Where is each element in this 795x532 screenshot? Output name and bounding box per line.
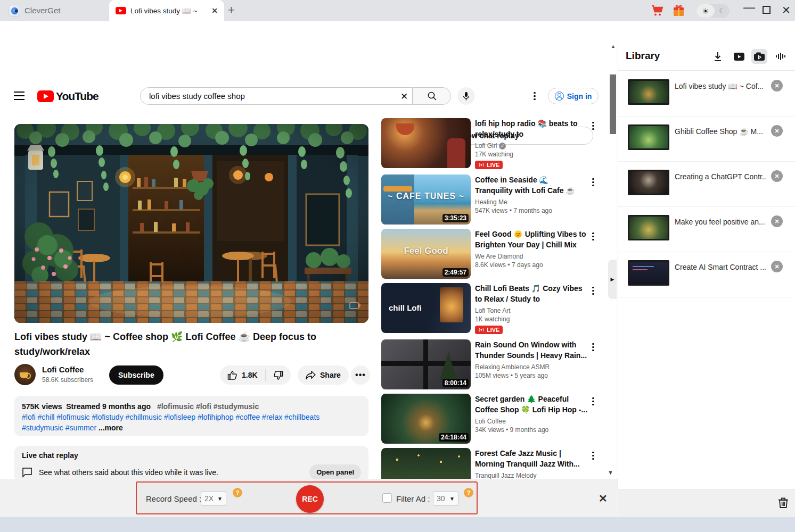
library-item[interactable]: Ghibli Coffee Shop ☕ M... ✕	[618, 117, 795, 162]
trash-icon[interactable]	[778, 497, 789, 511]
remove-item-icon[interactable]: ✕	[771, 261, 783, 272]
sign-in-button[interactable]: Sign in	[548, 88, 599, 104]
recommended-channel[interactable]: Lofi Tone Art	[475, 307, 511, 314]
video-thumbnail[interactable]	[381, 118, 471, 168]
video-tab-icon[interactable]	[731, 49, 747, 64]
recommended-video[interactable]: Feel Good2:49:57 Feel Good 🌞 Uplifting V…	[381, 229, 605, 280]
cart-icon[interactable]	[651, 5, 663, 19]
search-clear-icon[interactable]: ✕	[400, 91, 408, 102]
library-item-title[interactable]: Make you feel positive an...	[675, 218, 766, 226]
minimize-button[interactable]: —	[743, 2, 755, 13]
remove-item-icon[interactable]: ✕	[771, 170, 783, 182]
video-options-icon[interactable]	[592, 231, 594, 242]
video-thumbnail[interactable]: ~ CAFE TUNES ~3:35:23	[381, 174, 471, 225]
library-item[interactable]: Lofi vibes study 📖 ~ Cof... ✕	[618, 71, 795, 117]
audio-tab-icon[interactable]	[773, 49, 789, 64]
youtube-logo[interactable]: YouTube	[37, 90, 99, 103]
theme-toggle[interactable]: ☀ ☾	[696, 4, 730, 18]
rec-start-button[interactable]: REC	[296, 485, 324, 513]
recommended-title[interactable]: Chill Lofi Beats 🎵 Cozy Vibes to Relax /…	[475, 283, 588, 304]
video-options-icon[interactable]	[592, 285, 594, 296]
recommended-channel[interactable]: Lofi Coffee	[475, 418, 506, 425]
dislike-button[interactable]	[266, 370, 291, 380]
video-options-icon[interactable]	[592, 120, 594, 131]
window-close-button[interactable]: ✕	[782, 5, 791, 15]
hashtags[interactable]: #studymusic #summer	[22, 423, 96, 432]
recommended-video[interactable]: ~ CAFE TUNES ~3:35:23 Coffee in Seaside …	[381, 174, 605, 226]
tab-close-icon[interactable]: ✕	[211, 6, 218, 15]
search-input[interactable]	[149, 92, 373, 101]
library-thumbnail[interactable]	[628, 215, 669, 240]
recommended-title[interactable]: Rain Sound On Window with Thunder Sounds…	[475, 339, 588, 361]
more-actions-button[interactable]: •••	[351, 365, 370, 385]
gift-icon[interactable]	[672, 4, 685, 19]
recorder-tab-icon[interactable]	[751, 49, 767, 64]
library-thumbnail[interactable]	[628, 79, 669, 105]
filter-help-icon[interactable]: ?	[464, 488, 473, 497]
video-thumbnail[interactable]: Feel Good2:49:57	[381, 229, 471, 279]
recommended-video[interactable]: 8:00:14 Rain Sound On Window with Thunde…	[381, 339, 605, 390]
new-tab-button[interactable]: +	[228, 4, 235, 16]
hamburger-menu-icon[interactable]	[14, 92, 24, 100]
recommended-channel[interactable]: Lofi Girl	[475, 142, 497, 149]
library-thumbnail[interactable]	[628, 124, 669, 150]
chevron-down-icon[interactable]: ▼	[608, 469, 613, 476]
open-panel-button[interactable]: Open panel	[309, 464, 361, 480]
channel-name[interactable]: Lofi Coffee	[42, 365, 84, 374]
library-item[interactable]: Make you feel positive an... ✕	[618, 207, 795, 252]
search-box[interactable]	[140, 87, 413, 105]
video-options-icon[interactable]	[592, 450, 594, 461]
recommended-title[interactable]: lofi hip hop radio 📚 beats to relax/stud…	[475, 118, 588, 139]
dark-mode-icon[interactable]: ☾	[715, 4, 730, 18]
remove-item-icon[interactable]: ✕	[771, 80, 783, 92]
library-item-title[interactable]: Create AI Smart Contract ...	[675, 263, 766, 271]
filter-ad-checkbox[interactable]	[382, 493, 392, 503]
filter-ad-select[interactable]: 30 ▼	[433, 491, 458, 506]
panel-expand-handle[interactable]: ▶	[608, 260, 617, 299]
video-player[interactable]	[14, 124, 368, 323]
channel-avatar[interactable]	[14, 364, 36, 385]
recommended-channel[interactable]: Tranquill Jazz Melody	[475, 472, 537, 479]
search-button[interactable]	[413, 87, 451, 105]
subscribe-button[interactable]: Subscribe	[109, 365, 163, 385]
video-thumbnail[interactable]: 24:18:44	[381, 394, 471, 444]
video-thumbnail[interactable]: chill Lofi	[381, 283, 471, 333]
video-options-icon[interactable]	[592, 177, 594, 188]
recommended-video[interactable]: Forest Cafe Jazz Forest Cafe Jazz Music …	[381, 448, 605, 479]
recommended-channel[interactable]: Relaxing Ambience ASMR	[475, 363, 550, 371]
library-item-title[interactable]: Ghibli Coffee Shop ☕ M...	[675, 127, 766, 136]
recommended-title[interactable]: Coffee in Seaside 🌊 Tranquility with Lof…	[475, 174, 588, 196]
video-thumbnail[interactable]: 8:00:14	[381, 339, 471, 389]
library-item[interactable]: Creating a ChatGPT Contr... ✕	[618, 162, 795, 207]
record-speed-select[interactable]: 2X ▼	[201, 491, 226, 506]
share-button[interactable]: Share	[298, 365, 349, 385]
like-button[interactable]: 1.8K	[220, 370, 265, 380]
recommended-channel[interactable]: Healing Me	[475, 198, 507, 206]
hashtags[interactable]: #lofi #chill #lofimusic #lofistudy #chil…	[22, 413, 319, 421]
remove-item-icon[interactable]: ✕	[771, 215, 783, 227]
recommended-video[interactable]: chill Lofi Chill Lofi Beats 🎵 Cozy Vibes…	[381, 283, 605, 334]
library-item-title[interactable]: Lofi vibes study 📖 ~ Cof...	[675, 82, 766, 90]
description-box[interactable]: 575K views Streamed 9 months ago #lofimu…	[14, 396, 368, 436]
browser-tab[interactable]: Lofi vibes study 📖 ~ ✕	[109, 0, 224, 21]
recommended-video[interactable]: 24:18:44 Secret garden 🌲 Peaceful Coffee…	[381, 394, 605, 445]
recommended-channel[interactable]: We Are Diamond	[475, 253, 523, 260]
youtube-menu-icon[interactable]	[530, 90, 539, 102]
library-item[interactable]: Create AI Smart Contract ... ✕	[618, 252, 795, 297]
library-item-title[interactable]: Creating a ChatGPT Contr...	[675, 172, 766, 181]
remove-item-icon[interactable]: ✕	[771, 125, 783, 137]
library-thumbnail[interactable]	[628, 170, 669, 195]
scrollbar-up-arrow[interactable]: ▲	[611, 44, 616, 49]
record-bar-close-button[interactable]: ✕	[599, 492, 608, 505]
recommended-title[interactable]: Secret garden 🌲 Peaceful Coffee Shop 🍀 L…	[475, 394, 588, 415]
library-thumbnail[interactable]	[628, 260, 669, 286]
light-mode-icon[interactable]: ☀	[696, 4, 715, 18]
show-more-link[interactable]: ...more	[99, 423, 123, 432]
video-options-icon[interactable]	[592, 342, 594, 353]
video-thumbnail[interactable]: Forest Cafe Jazz	[381, 448, 471, 479]
speed-help-icon[interactable]: ?	[233, 488, 242, 497]
voice-search-button[interactable]	[457, 87, 475, 105]
maximize-button[interactable]	[763, 6, 771, 14]
recommended-video[interactable]: lofi hip hop radio 📚 beats to relax/stud…	[381, 118, 605, 169]
scrollbar-thumb[interactable]	[610, 74, 616, 134]
